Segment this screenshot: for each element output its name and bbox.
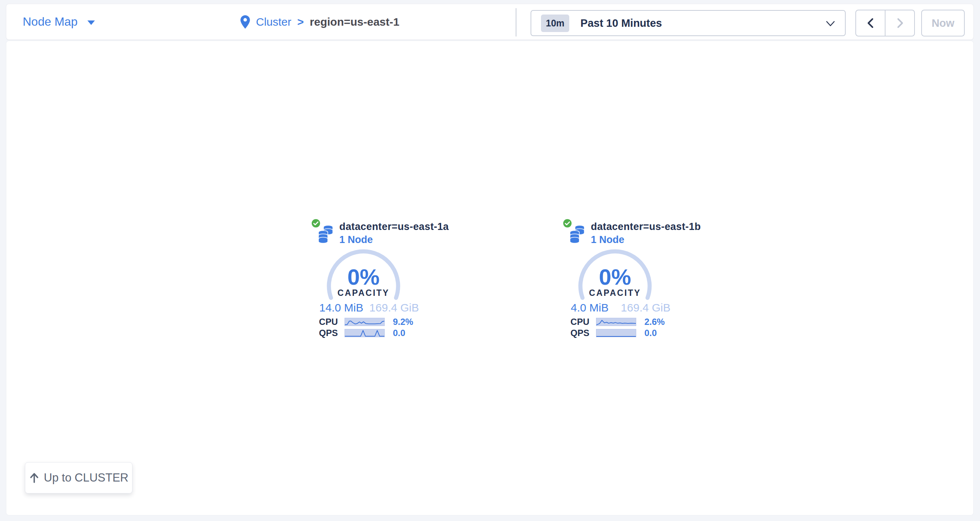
time-range-badge: 10m xyxy=(541,14,569,32)
qps-sparkline xyxy=(596,329,636,337)
qps-value: 0.0 xyxy=(644,328,657,338)
caret-down-icon xyxy=(88,21,95,25)
cpu-sparkline xyxy=(596,318,636,326)
qps-label: QPS xyxy=(313,328,338,338)
breadcrumb: Cluster > region=us-east-1 xyxy=(240,4,399,40)
time-prev-button[interactable] xyxy=(855,10,885,37)
qps-sparkline xyxy=(345,329,385,337)
datacenter-group[interactable]: datacenter=us-east-1a 1 Node 0% CAPACITY… xyxy=(313,219,424,342)
qps-value: 0.0 xyxy=(393,328,405,338)
toolbar: Node Map Cluster > region=us-east-1 10m … xyxy=(6,4,974,40)
toolbar-divider xyxy=(515,8,516,37)
time-nav-group xyxy=(855,10,915,37)
time-range-label: Past 10 Minutes xyxy=(581,17,662,29)
cpu-metric-row: CPU 9.2% xyxy=(313,317,424,327)
qps-metric-row: QPS 0.0 xyxy=(313,328,424,338)
breadcrumb-cluster-link[interactable]: Cluster xyxy=(256,16,291,28)
cpu-sparkline xyxy=(345,318,385,326)
cpu-metric-row: CPU 2.6% xyxy=(564,317,676,327)
view-selector-dropdown[interactable]: Node Map xyxy=(23,4,95,40)
cpu-label: CPU xyxy=(313,317,338,327)
cpu-value: 9.2% xyxy=(393,317,414,327)
qps-label: QPS xyxy=(564,328,589,338)
now-button[interactable]: Now xyxy=(921,10,965,37)
cpu-value: 2.6% xyxy=(644,317,665,327)
chevron-right-icon xyxy=(896,18,904,29)
breadcrumb-current: region=us-east-1 xyxy=(310,16,399,28)
capacity-percent: 0% xyxy=(326,264,401,290)
capacity-caption: CAPACITY xyxy=(326,288,401,298)
datacenter-node-count: 1 Node xyxy=(591,234,624,245)
node-map-canvas xyxy=(6,41,974,515)
cpu-label: CPU xyxy=(564,317,589,327)
datacenter-group[interactable]: datacenter=us-east-1b 1 Node 0% CAPACITY… xyxy=(564,219,676,342)
arrow-up-icon xyxy=(29,472,40,484)
capacity-percent: 0% xyxy=(578,264,652,290)
up-to-cluster-button[interactable]: Up to CLUSTER xyxy=(25,462,132,494)
database-stack-icon xyxy=(569,225,585,245)
time-range-dropdown[interactable]: 10m Past 10 Minutes xyxy=(531,10,846,36)
qps-metric-row: QPS 0.0 xyxy=(564,328,676,338)
time-next-button[interactable] xyxy=(885,10,915,37)
capacity-values-row: 14.0 MiB 169.4 GiB xyxy=(319,301,419,314)
datacenter-title: datacenter=us-east-1b xyxy=(591,221,701,233)
datacenter-title: datacenter=us-east-1a xyxy=(339,221,449,233)
chevron-down-icon xyxy=(826,21,835,29)
capacity-used: 4.0 MiB xyxy=(571,301,609,314)
breadcrumb-separator: > xyxy=(297,16,304,28)
capacity-total: 169.4 GiB xyxy=(621,301,670,314)
view-selector-label: Node Map xyxy=(23,15,78,29)
database-stack-icon xyxy=(317,225,334,245)
datacenter-node-count: 1 Node xyxy=(339,234,373,245)
up-to-cluster-label: Up to CLUSTER xyxy=(44,471,128,484)
chevron-left-icon xyxy=(867,18,875,29)
node-map-page: Node Map Cluster > region=us-east-1 10m … xyxy=(0,0,980,521)
capacity-values-row: 4.0 MiB 169.4 GiB xyxy=(571,301,670,314)
capacity-caption: CAPACITY xyxy=(578,288,652,298)
capacity-used: 14.0 MiB xyxy=(319,301,363,314)
location-pin-icon xyxy=(240,15,250,29)
capacity-total: 169.4 GiB xyxy=(369,301,419,314)
